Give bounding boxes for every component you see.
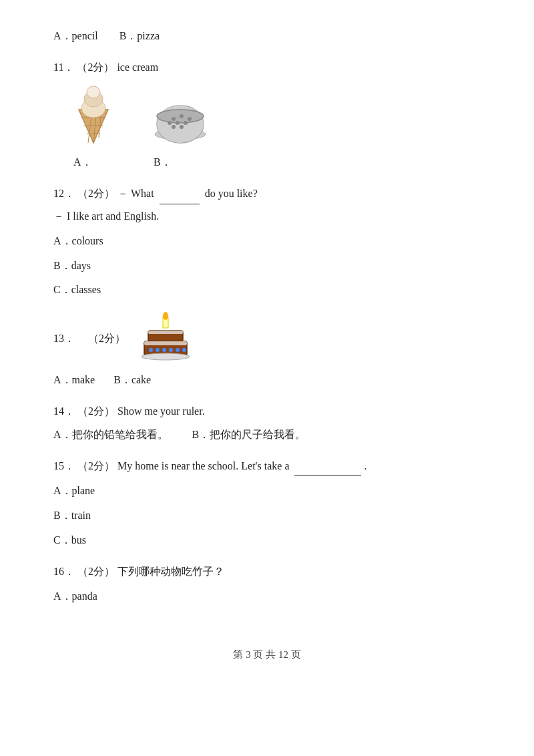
svg-point-29: [156, 348, 160, 352]
q11-image-a-wrap: A．: [73, 84, 113, 173]
q12-label: 12． （2分） － What do you like?: [53, 184, 481, 204]
q15-text: My home is near the school. Let's take a…: [117, 460, 366, 471]
q15-number: 15．: [53, 460, 75, 471]
q11-points: （2分）: [77, 61, 114, 73]
q11-row: 11． （2分） ice cream: [53, 58, 481, 172]
q12-points: （2分）: [77, 188, 115, 199]
svg-point-19: [184, 121, 188, 125]
svg-point-16: [188, 117, 192, 121]
q10-options-row: A．pencil B．pizza: [53, 27, 481, 46]
q16-option-a: A．panda: [53, 587, 481, 606]
q13-options-row: A．make B．cake: [53, 371, 481, 390]
cake-icon: [139, 312, 192, 365]
svg-point-17: [168, 121, 172, 125]
blank-2: [294, 457, 361, 477]
svg-point-20: [172, 125, 176, 129]
q13-points: （2分）: [88, 329, 125, 349]
q12-row: 12． （2分） － What do you like? － I like ar…: [53, 184, 481, 300]
q16-text: 下列哪种动物吃竹子？: [117, 566, 224, 577]
q11-label-b: B．: [154, 153, 207, 172]
q12-option-b: B．days: [53, 256, 481, 276]
q12-option-a: A．colours: [53, 232, 481, 251]
blank-1: [160, 184, 200, 204]
q15-points: （2分）: [77, 460, 115, 471]
ice-cream-icon: [73, 84, 113, 144]
q14-points: （2分）: [77, 405, 115, 417]
svg-rect-25: [148, 331, 183, 334]
q15-option-b: B．train: [53, 506, 481, 526]
q15-option-a: A．plane: [53, 482, 481, 501]
q14-option-b: B．把你的尺子给我看。: [192, 429, 306, 440]
svg-point-18: [176, 121, 180, 125]
q11-text: ice cream: [117, 61, 158, 73]
q16-points: （2分）: [77, 566, 115, 577]
q16-number: 16．: [53, 566, 75, 577]
svg-point-15: [180, 114, 184, 118]
q10-option-a: A．pencil: [53, 30, 98, 41]
q11-number: 11．: [53, 61, 74, 73]
q13-label-row: 13． （2分）: [53, 312, 481, 365]
q14-number: 14．: [53, 405, 75, 417]
q12-text: － What do you like?: [117, 188, 258, 199]
q15-row: 15． （2分） My home is near the school. Let…: [53, 457, 481, 550]
q16-label: 16． （2分） 下列哪种动物吃竹子？: [53, 562, 481, 582]
svg-point-34: [142, 353, 190, 360]
q14-text: Show me your ruler.: [117, 405, 205, 417]
svg-point-32: [176, 348, 180, 352]
q15-option-c: C．bus: [53, 531, 481, 550]
q15-label: 15． （2分） My home is near the school. Let…: [53, 457, 481, 477]
pie-icon: [154, 104, 207, 144]
q14-label: 14． （2分） Show me your ruler.: [53, 402, 481, 421]
svg-point-31: [169, 348, 173, 352]
q13-row: 13． （2分） A．make: [53, 312, 481, 390]
q14-options-row: A．把你的铅笔给我看。 B．把你的尺子给我看。: [53, 425, 481, 445]
svg-point-9: [87, 86, 100, 98]
q13-number: 13．: [53, 329, 75, 349]
q16-row: 16． （2分） 下列哪种动物吃竹子？ A．panda: [53, 562, 481, 606]
q13-option-b: B．cake: [113, 374, 151, 385]
svg-point-33: [182, 348, 186, 352]
q11-label: 11． （2分） ice cream: [53, 58, 481, 77]
svg-point-30: [162, 348, 166, 352]
svg-point-23: [163, 312, 168, 320]
svg-rect-27: [144, 341, 187, 345]
page-number: 第 3 页 共 12 页: [233, 649, 300, 660]
q12-option-c: C．classes: [53, 280, 481, 300]
q14-row: 14． （2分） Show me your ruler. A．把你的铅笔给我看。…: [53, 402, 481, 445]
q11-label-a: A．: [73, 153, 113, 172]
q12-number: 12．: [53, 188, 75, 199]
q11-image-b-wrap: B．: [154, 104, 207, 173]
q13-option-a: A．make: [53, 374, 95, 385]
svg-point-28: [149, 348, 153, 352]
svg-point-21: [180, 125, 184, 129]
q11-images: A． B．: [73, 84, 481, 173]
q12-subtext: － I like art and English.: [53, 207, 481, 226]
page-footer: 第 3 页 共 12 页: [53, 646, 481, 664]
svg-point-14: [172, 117, 176, 121]
q14-option-a: A．把你的铅笔给我看。: [53, 429, 168, 440]
q10-option-b: B．pizza: [119, 30, 160, 41]
